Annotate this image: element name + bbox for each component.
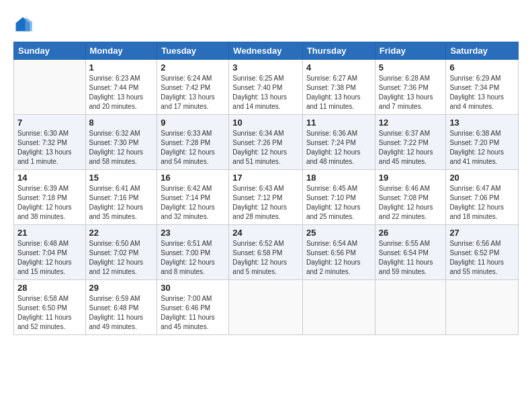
calendar: SundayMondayTuesdayWednesdayThursdayFrid… <box>13 42 519 335</box>
day-detail: Sunrise: 6:23 AMSunset: 7:44 PMDaylight:… <box>89 74 154 111</box>
day-detail: Sunrise: 6:32 AMSunset: 7:30 PMDaylight:… <box>89 129 154 167</box>
calendar-cell: 20Sunrise: 6:47 AMSunset: 7:06 PMDayligh… <box>446 170 519 225</box>
day-detail: Sunrise: 6:45 AMSunset: 7:10 PMDaylight:… <box>306 184 371 222</box>
day-number: 18 <box>306 173 371 183</box>
calendar-week-row: 1Sunrise: 6:23 AMSunset: 7:44 PMDaylight… <box>14 60 519 115</box>
day-detail: Sunrise: 6:28 AMSunset: 7:36 PMDaylight:… <box>379 74 443 111</box>
weekday-header: Tuesday <box>157 42 229 60</box>
day-detail: Sunrise: 6:36 AMSunset: 7:24 PMDaylight:… <box>306 129 371 167</box>
calendar-cell: 4Sunrise: 6:27 AMSunset: 7:38 PMDaylight… <box>302 60 375 115</box>
calendar-cell <box>375 280 446 335</box>
calendar-cell: 22Sunrise: 6:50 AMSunset: 7:02 PMDayligh… <box>85 225 157 280</box>
calendar-week-row: 7Sunrise: 6:30 AMSunset: 7:32 PMDaylight… <box>14 115 519 170</box>
day-detail: Sunrise: 6:33 AMSunset: 7:28 PMDaylight:… <box>161 129 225 167</box>
weekday-header: Saturday <box>446 42 519 60</box>
day-detail: Sunrise: 6:50 AMSunset: 7:02 PMDaylight:… <box>89 239 154 277</box>
day-detail: Sunrise: 6:52 AMSunset: 6:58 PMDaylight:… <box>232 239 299 277</box>
calendar-cell: 18Sunrise: 6:45 AMSunset: 7:10 PMDayligh… <box>302 170 375 225</box>
calendar-cell: 15Sunrise: 6:41 AMSunset: 7:16 PMDayligh… <box>85 170 157 225</box>
day-detail: Sunrise: 6:42 AMSunset: 7:14 PMDaylight:… <box>161 184 225 222</box>
calendar-cell: 23Sunrise: 6:51 AMSunset: 7:00 PMDayligh… <box>157 225 229 280</box>
logo-icon <box>13 15 32 34</box>
day-number: 19 <box>379 173 443 183</box>
day-number: 2 <box>161 62 225 73</box>
day-number: 25 <box>306 228 371 238</box>
day-number: 12 <box>379 118 443 128</box>
day-number: 24 <box>232 228 299 238</box>
calendar-cell: 27Sunrise: 6:56 AMSunset: 6:52 PMDayligh… <box>446 225 519 280</box>
day-detail: Sunrise: 6:30 AMSunset: 7:32 PMDaylight:… <box>17 129 82 167</box>
day-detail: Sunrise: 6:29 AMSunset: 7:34 PMDaylight:… <box>449 74 515 111</box>
day-detail: Sunrise: 6:58 AMSunset: 6:50 PMDaylight:… <box>17 294 82 332</box>
calendar-cell: 10Sunrise: 6:34 AMSunset: 7:26 PMDayligh… <box>229 115 303 170</box>
calendar-cell: 17Sunrise: 6:43 AMSunset: 7:12 PMDayligh… <box>229 170 303 225</box>
day-detail: Sunrise: 6:38 AMSunset: 7:20 PMDaylight:… <box>449 129 515 167</box>
calendar-week-row: 14Sunrise: 6:39 AMSunset: 7:18 PMDayligh… <box>14 170 519 225</box>
day-detail: Sunrise: 6:39 AMSunset: 7:18 PMDaylight:… <box>17 184 82 222</box>
calendar-cell: 24Sunrise: 6:52 AMSunset: 6:58 PMDayligh… <box>229 225 303 280</box>
calendar-cell: 21Sunrise: 6:48 AMSunset: 7:04 PMDayligh… <box>14 225 86 280</box>
day-detail: Sunrise: 6:54 AMSunset: 6:56 PMDaylight:… <box>306 239 371 277</box>
calendar-cell: 19Sunrise: 6:46 AMSunset: 7:08 PMDayligh… <box>375 170 446 225</box>
day-detail: Sunrise: 6:43 AMSunset: 7:12 PMDaylight:… <box>232 184 299 222</box>
calendar-cell <box>446 280 519 335</box>
weekday-header-row: SundayMondayTuesdayWednesdayThursdayFrid… <box>14 42 519 60</box>
calendar-cell: 3Sunrise: 6:25 AMSunset: 7:40 PMDaylight… <box>229 60 303 115</box>
calendar-cell: 2Sunrise: 6:24 AMSunset: 7:42 PMDaylight… <box>157 60 229 115</box>
calendar-cell <box>14 60 86 115</box>
day-detail: Sunrise: 7:00 AMSunset: 6:46 PMDaylight:… <box>161 294 225 332</box>
calendar-cell: 9Sunrise: 6:33 AMSunset: 7:28 PMDaylight… <box>157 115 229 170</box>
weekday-header: Friday <box>375 42 446 60</box>
day-detail: Sunrise: 6:48 AMSunset: 7:04 PMDaylight:… <box>17 239 82 277</box>
day-detail: Sunrise: 6:55 AMSunset: 6:54 PMDaylight:… <box>379 239 443 277</box>
day-number: 13 <box>449 118 515 128</box>
header <box>13 12 519 34</box>
day-number: 20 <box>449 173 515 183</box>
day-detail: Sunrise: 6:46 AMSunset: 7:08 PMDaylight:… <box>379 184 443 222</box>
day-number: 6 <box>449 62 515 73</box>
day-detail: Sunrise: 6:47 AMSunset: 7:06 PMDaylight:… <box>449 184 515 222</box>
logo <box>13 15 35 34</box>
calendar-cell: 14Sunrise: 6:39 AMSunset: 7:18 PMDayligh… <box>14 170 86 225</box>
weekday-header: Monday <box>85 42 157 60</box>
day-number: 23 <box>161 228 225 238</box>
calendar-cell: 1Sunrise: 6:23 AMSunset: 7:44 PMDaylight… <box>85 60 157 115</box>
calendar-cell <box>302 280 375 335</box>
day-number: 3 <box>232 62 299 73</box>
day-number: 11 <box>306 118 371 128</box>
calendar-week-row: 28Sunrise: 6:58 AMSunset: 6:50 PMDayligh… <box>14 280 519 335</box>
calendar-cell: 6Sunrise: 6:29 AMSunset: 7:34 PMDaylight… <box>446 60 519 115</box>
weekday-header: Sunday <box>14 42 86 60</box>
calendar-cell: 28Sunrise: 6:58 AMSunset: 6:50 PMDayligh… <box>14 280 86 335</box>
weekday-header: Thursday <box>302 42 375 60</box>
day-number: 30 <box>161 283 225 293</box>
day-detail: Sunrise: 6:51 AMSunset: 7:00 PMDaylight:… <box>161 239 225 277</box>
day-number: 16 <box>161 173 225 183</box>
day-number: 4 <box>306 62 371 73</box>
day-detail: Sunrise: 6:37 AMSunset: 7:22 PMDaylight:… <box>379 129 443 167</box>
page-container: SundayMondayTuesdayWednesdayThursdayFrid… <box>0 0 532 342</box>
day-detail: Sunrise: 6:27 AMSunset: 7:38 PMDaylight:… <box>306 74 371 111</box>
day-number: 15 <box>89 173 154 183</box>
calendar-cell: 29Sunrise: 6:59 AMSunset: 6:48 PMDayligh… <box>85 280 157 335</box>
day-number: 17 <box>232 173 299 183</box>
day-detail: Sunrise: 6:56 AMSunset: 6:52 PMDaylight:… <box>449 239 515 277</box>
weekday-header: Wednesday <box>229 42 303 60</box>
calendar-cell <box>229 280 303 335</box>
day-number: 27 <box>449 228 515 238</box>
calendar-cell: 11Sunrise: 6:36 AMSunset: 7:24 PMDayligh… <box>302 115 375 170</box>
day-number: 21 <box>17 228 82 238</box>
day-number: 14 <box>17 173 82 183</box>
calendar-cell: 30Sunrise: 7:00 AMSunset: 6:46 PMDayligh… <box>157 280 229 335</box>
calendar-cell: 7Sunrise: 6:30 AMSunset: 7:32 PMDaylight… <box>14 115 86 170</box>
day-number: 9 <box>161 118 225 128</box>
day-detail: Sunrise: 6:34 AMSunset: 7:26 PMDaylight:… <box>232 129 299 167</box>
day-number: 26 <box>379 228 443 238</box>
day-number: 8 <box>89 118 154 128</box>
calendar-cell: 5Sunrise: 6:28 AMSunset: 7:36 PMDaylight… <box>375 60 446 115</box>
day-number: 10 <box>232 118 299 128</box>
calendar-week-row: 21Sunrise: 6:48 AMSunset: 7:04 PMDayligh… <box>14 225 519 280</box>
svg-marker-1 <box>26 17 33 32</box>
calendar-cell: 12Sunrise: 6:37 AMSunset: 7:22 PMDayligh… <box>375 115 446 170</box>
day-detail: Sunrise: 6:41 AMSunset: 7:16 PMDaylight:… <box>89 184 154 222</box>
